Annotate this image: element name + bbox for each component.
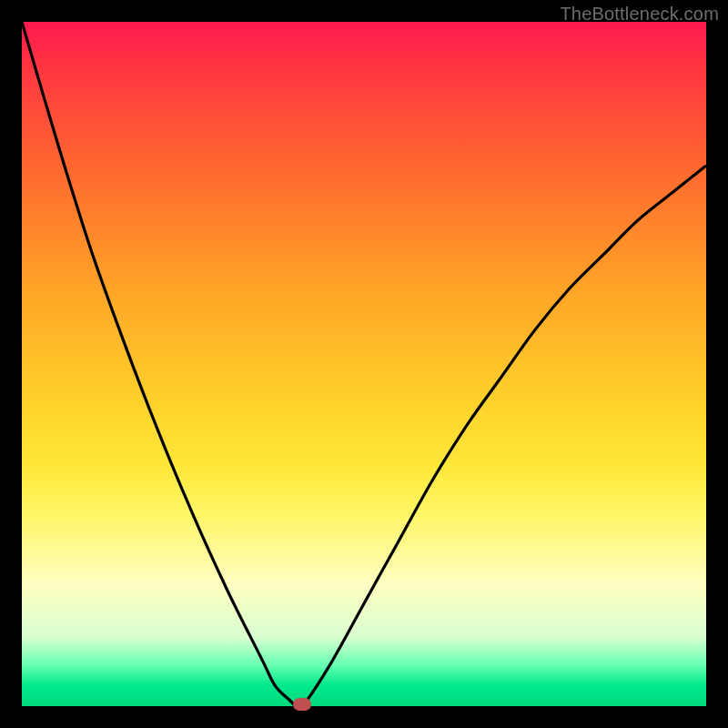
watermark-text: TheBottleneck.com xyxy=(560,4,719,25)
plot-area xyxy=(22,22,706,706)
chart-frame: TheBottleneck.com xyxy=(0,0,728,728)
curve-path xyxy=(22,22,706,706)
bottleneck-curve xyxy=(22,22,706,706)
optimal-marker xyxy=(293,698,311,711)
